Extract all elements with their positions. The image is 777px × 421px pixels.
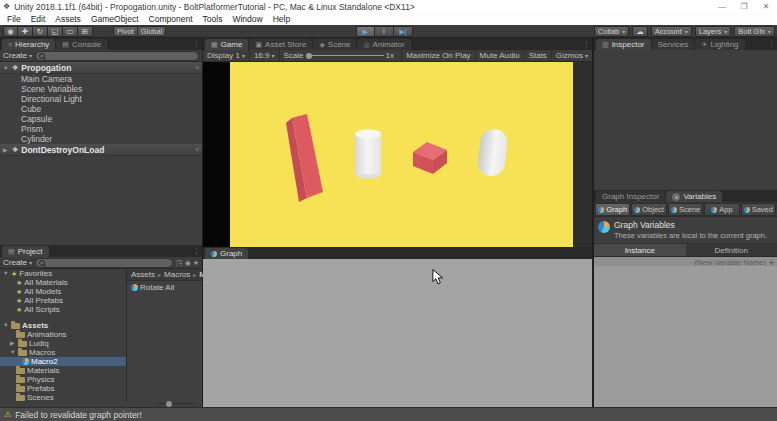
scene-menu-icon[interactable]: ≡ <box>195 146 199 153</box>
foldout-open-icon[interactable]: ▼ <box>3 321 9 330</box>
scope-saved[interactable]: Saved <box>741 203 776 216</box>
asset-rotate-all[interactable]: Rotate All <box>127 283 202 292</box>
favorite-all-prefabs[interactable]: ★All Prefabs <box>0 296 126 305</box>
scope-object[interactable]: Object <box>631 203 666 216</box>
folder-physics[interactable]: Physics <box>0 375 126 384</box>
tab-variables[interactable]: xVariables <box>666 191 722 202</box>
move-tool-button[interactable]: ✚ <box>18 26 33 37</box>
scope-graph[interactable]: Graph <box>595 203 630 216</box>
menu-help[interactable]: Help <box>268 14 295 24</box>
hierarchy-item-directional-light[interactable]: Directional Light <box>0 94 202 104</box>
tab-console[interactable]: ▤Console <box>56 39 107 50</box>
foldout-open-icon[interactable]: ▼ <box>3 65 9 71</box>
slider-knob[interactable] <box>166 401 172 407</box>
scale-tool-button[interactable]: ◱ <box>48 26 63 37</box>
account-dropdown[interactable]: Account▾ <box>651 26 692 37</box>
menu-component[interactable]: Component <box>144 14 198 24</box>
menu-file[interactable]: File <box>2 14 26 24</box>
layout-dropdown[interactable]: Bolt Gfx▾ <box>734 26 775 37</box>
scope-app[interactable]: App <box>704 203 739 216</box>
favorite-all-scripts[interactable]: ★All Scripts <box>0 305 126 314</box>
tab-project[interactable]: ▤Project <box>2 246 49 257</box>
menu-window[interactable]: Window <box>227 14 267 24</box>
panel-menu-icon[interactable]: ⋮ <box>768 40 775 48</box>
tab-definition[interactable]: Definition <box>686 244 777 256</box>
hierarchy-item-cube[interactable]: Cube <box>0 104 202 114</box>
stats-toggle[interactable]: Stats <box>524 50 551 61</box>
breadcrumb-macros[interactable]: Macros <box>164 270 190 279</box>
project-search-input[interactable] <box>35 258 173 268</box>
hierarchy-search-input[interactable] <box>35 51 199 61</box>
hierarchy-item-prism[interactable]: Prism <box>0 124 202 134</box>
scale-slider-track[interactable] <box>306 55 384 56</box>
pivot-toggle-button[interactable]: Pivot <box>113 26 138 37</box>
asset-macro2-selected[interactable]: Macro2 <box>0 357 126 366</box>
panel-menu-icon[interactable]: ⋮ <box>193 40 200 48</box>
gizmos-dropdown[interactable]: Gizmos▾ <box>551 50 592 61</box>
status-bar[interactable]: ⚠ Failed to revalidate graph pointer! <box>0 407 777 421</box>
menu-tools[interactable]: Tools <box>198 14 228 24</box>
foldout-open-icon[interactable]: ▼ <box>10 348 16 357</box>
global-toggle-button[interactable]: Global <box>138 26 167 37</box>
scene-row-propogation[interactable]: ▼ ❖ Propogation ≡ <box>0 62 202 74</box>
search-filter-icons[interactable]: ◳ ◉ ★ <box>176 259 199 267</box>
menu-gameobject[interactable]: GameObject <box>86 14 144 24</box>
tab-lighting[interactable]: ☀Lighting <box>695 39 744 50</box>
icon-size-slider[interactable] <box>158 403 194 404</box>
tab-graph-inspector[interactable]: Graph Inspector <box>596 191 665 202</box>
folder-prefabs[interactable]: Prefabs <box>0 384 126 393</box>
tab-hierarchy[interactable]: ≡Hierarchy <box>2 39 55 50</box>
play-button[interactable]: ▶ <box>356 26 375 37</box>
panel-menu-icon[interactable]: ⋮ <box>193 247 200 255</box>
tab-services[interactable]: Services <box>652 39 695 50</box>
project-create-button[interactable]: Create▾ <box>3 258 32 267</box>
tab-scene[interactable]: ◈Scene <box>313 39 356 50</box>
transform-tool-button[interactable]: ⊞ <box>78 26 93 37</box>
hierarchy-item-scene-variables[interactable]: Scene Variables <box>0 84 202 94</box>
folder-ludiq[interactable]: ▶Ludiq <box>0 339 126 348</box>
tab-asset-store[interactable]: ▣Asset Store <box>249 39 312 50</box>
graph-canvas[interactable] <box>203 259 592 407</box>
scale-slider-knob[interactable] <box>306 53 312 59</box>
panel-menu-icon[interactable]: ⋮ <box>583 40 590 48</box>
folder-materials[interactable]: Materials <box>0 366 126 375</box>
maximize-on-play-toggle[interactable]: Maximize On Play <box>401 50 474 61</box>
folder-macros[interactable]: ▼Macros <box>0 348 126 357</box>
pause-button[interactable]: ‖ <box>375 26 394 37</box>
tab-inspector[interactable]: ▥Inspector <box>596 39 651 50</box>
menu-edit[interactable]: Edit <box>26 14 51 24</box>
tab-instance[interactable]: Instance <box>594 244 686 256</box>
hierarchy-item-capsule[interactable]: Capsule <box>0 114 202 124</box>
display-dropdown[interactable]: Display 1▾ <box>203 50 250 61</box>
scene-menu-icon[interactable]: ≡ <box>195 64 199 71</box>
menu-assets[interactable]: Assets <box>50 14 86 24</box>
favorites-root[interactable]: ▼★Favorites <box>0 269 126 278</box>
hand-tool-button[interactable]: ◉ <box>3 26 18 37</box>
favorite-all-materials[interactable]: ★All Materials <box>0 278 126 287</box>
favorite-all-models[interactable]: ★All Models <box>0 287 126 296</box>
rotate-tool-button[interactable]: ↻ <box>33 26 48 37</box>
breadcrumb-assets[interactable]: Assets <box>131 270 155 279</box>
folder-animations[interactable]: Animations <box>0 330 126 339</box>
foldout-closed-icon[interactable]: ▶ <box>3 147 9 153</box>
tab-animator[interactable]: ◎Animator <box>357 39 410 50</box>
tab-graph[interactable]: Graph <box>205 248 248 259</box>
mute-audio-toggle[interactable]: Mute Audio <box>475 50 524 61</box>
layers-dropdown[interactable]: Layers▾ <box>695 26 732 37</box>
close-button[interactable]: ✕ <box>755 2 777 11</box>
step-button[interactable]: ▶| <box>394 26 413 37</box>
aspect-ratio-dropdown[interactable]: 16:9▾ <box>250 50 280 61</box>
cloud-button[interactable]: ☁ <box>632 26 648 37</box>
scene-row-dontdestroyonload[interactable]: ▶ ❖ DontDestroyOnLoad ≡ <box>0 144 202 156</box>
hierarchy-item-main-camera[interactable]: Main Camera <box>0 74 202 84</box>
foldout-closed-icon[interactable]: ▶ <box>10 339 16 348</box>
scale-slider[interactable]: Scale1x <box>280 50 398 61</box>
assets-root[interactable]: ▼Assets <box>0 321 126 330</box>
scope-scene[interactable]: Scene <box>668 203 703 216</box>
hierarchy-item-cylinder[interactable]: Cylinder <box>0 134 202 144</box>
hierarchy-create-button[interactable]: Create▾ <box>3 51 32 60</box>
rect-tool-button[interactable]: ▭ <box>63 26 78 37</box>
maximize-button[interactable]: ❐ <box>733 2 755 11</box>
minimize-button[interactable]: — <box>711 2 733 11</box>
folder-scenes[interactable]: Scenes <box>0 393 126 401</box>
